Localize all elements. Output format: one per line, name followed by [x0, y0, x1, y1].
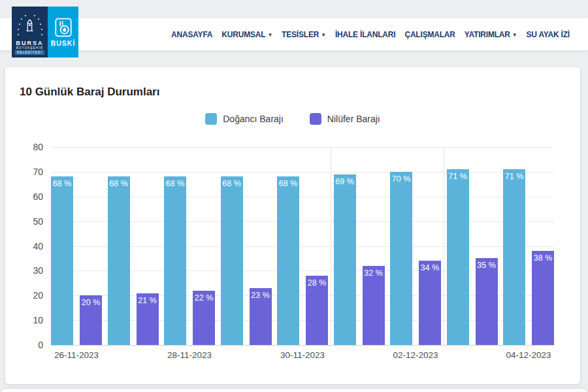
bar-group-4: 68 %28 %	[277, 147, 328, 345]
bar-group-5: 69 %32 %	[334, 147, 385, 345]
legend-item-1[interactable]: Nilüfer Barajı	[310, 113, 380, 125]
logo-text-buski: BUSKİ	[51, 39, 76, 47]
bar-nil-fer-baraj-: 32 %	[363, 266, 385, 345]
bar-nil-fer-baraj-: 21 %	[137, 293, 159, 346]
bar-do-anc-baraj-: 68 %	[277, 176, 299, 345]
next-section-edge	[2, 389, 586, 392]
x-axis-labels: 26-11-202328-11-202330-11-202302-12-2023…	[51, 350, 554, 363]
y-axis-labels: 01020304050607080	[10, 147, 48, 345]
x-tick-label: 26-11-2023	[54, 350, 99, 360]
bar-group-3: 68 %23 %	[221, 147, 272, 345]
bar-nil-fer-baraj-: 35 %	[476, 258, 498, 345]
bar-value-label: 35 %	[476, 261, 498, 270]
x-tick-label: 30-11-2023	[280, 350, 325, 360]
bar-do-anc-baraj-: 68 %	[164, 176, 186, 345]
chart-legend: Doğancı BarajıNilüfer Barajı	[5, 113, 580, 125]
nav-item-ihale-ilanlari[interactable]: İHALE İLANLARI	[335, 30, 396, 39]
bar-value-label: 20 %	[80, 298, 102, 307]
bar-value-label: 69 %	[334, 177, 356, 186]
bar-do-anc-baraj-: 69 %	[334, 174, 356, 345]
bar-value-label: 32 %	[363, 269, 385, 278]
bar-do-anc-baraj-: 68 %	[108, 176, 130, 345]
page-title: 10 Günlük Baraj Durumları	[20, 86, 159, 99]
buski-logo[interactable]: BURSA BÜYÜKŞEHİR BELEDİYESİ BUSKİ	[12, 7, 78, 57]
x-tick-label: 28-11-2023	[167, 350, 212, 360]
chevron-down-icon: ▼	[321, 32, 326, 38]
buski-logo-square: BUSKİ	[48, 7, 78, 57]
bar-group-7: 71 %35 %	[447, 147, 498, 345]
y-tick-label: 60	[33, 191, 43, 202]
bar-value-label: 68 %	[277, 179, 299, 188]
bar-nil-fer-baraj-: 23 %	[250, 288, 272, 345]
bar-do-anc-baraj-: 71 %	[447, 169, 469, 345]
gridline-y-0	[51, 345, 554, 346]
x-tick-label: 04-12-2023	[506, 350, 551, 360]
nav-item-tesisler[interactable]: TESİSLER▼	[282, 30, 326, 39]
bar-group-6: 70 %34 %	[390, 147, 441, 345]
bar-value-label: 38 %	[532, 253, 554, 263]
star-dots-icon	[29, 25, 31, 26]
bar-groups: 68 %20 %68 %21 %68 %22 %68 %23 %68 %28 %…	[51, 147, 554, 345]
bar-value-label: 34 %	[419, 263, 441, 272]
bar-value-label: 28 %	[306, 278, 328, 287]
nav-item-anasayfa[interactable]: ANASAYFA	[171, 30, 212, 39]
bar-nil-fer-baraj-: 22 %	[193, 291, 215, 345]
bar-value-label: 68 %	[108, 179, 130, 188]
bar-group-1: 68 %21 %	[108, 147, 159, 345]
nav-item-yatirimlar[interactable]: YATIRIMLAR▼	[465, 30, 517, 39]
y-tick-label: 30	[33, 265, 43, 276]
bar-value-label: 21 %	[137, 296, 159, 305]
chevron-down-icon: ▼	[267, 32, 272, 38]
y-tick-label: 10	[33, 315, 43, 325]
bar-value-label: 22 %	[193, 293, 215, 302]
main-nav: ANASAYFAKURUMSAL▼TESİSLER▼İHALE İLANLARI…	[171, 18, 570, 50]
nav-item-kurumsal[interactable]: KURUMSAL▼	[221, 30, 272, 39]
bar-chart-plot-area: 68 %20 %68 %21 %68 %22 %68 %23 %68 %28 %…	[51, 147, 554, 345]
dam-status-card: 10 Günlük Baraj Durumları Doğancı Barajı…	[5, 67, 580, 384]
bursa-municipality-logo: BURSA BÜYÜKŞEHİR BELEDİYESİ	[12, 7, 48, 57]
logo-text-bursa: BURSA	[16, 40, 43, 46]
legend-swatch-icon	[205, 113, 217, 125]
bar-group-2: 68 %22 %	[164, 147, 215, 345]
bar-do-anc-baraj-: 70 %	[390, 172, 412, 345]
bar-group-8: 71 %38 %	[503, 147, 554, 345]
bar-value-label: 71 %	[503, 172, 525, 181]
legend-item-0[interactable]: Doğancı Barajı	[205, 113, 284, 125]
legend-swatch-icon	[310, 113, 321, 125]
bar-nil-fer-baraj-: 38 %	[532, 251, 554, 345]
y-tick-label: 20	[33, 290, 43, 301]
x-tick-label: 02-12-2023	[393, 350, 438, 360]
bar-do-anc-baraj-: 68 %	[51, 176, 73, 345]
nav-item-su-ayak-izi[interactable]: SU AYAK İZİ	[527, 30, 570, 39]
bar-value-label: 68 %	[164, 179, 186, 188]
bar-do-anc-baraj-: 68 %	[221, 176, 243, 345]
y-tick-label: 40	[33, 241, 43, 252]
y-tick-label: 50	[33, 216, 43, 227]
bar-nil-fer-baraj-: 28 %	[306, 276, 328, 345]
page: BURSA BÜYÜKŞEHİR BELEDİYESİ BUSKİ ANASAY…	[0, 0, 588, 392]
bar-nil-fer-baraj-: 34 %	[419, 261, 441, 345]
water-drop-icon	[55, 18, 72, 37]
nav-item-calismalar[interactable]: ÇALIŞMALAR	[404, 30, 455, 39]
bar-nil-fer-baraj-: 20 %	[80, 295, 102, 345]
legend-label: Nilüfer Barajı	[327, 114, 380, 124]
bar-do-anc-baraj-: 71 %	[503, 169, 525, 345]
y-tick-label: 0	[38, 340, 43, 350]
y-tick-label: 70	[33, 167, 43, 177]
bar-value-label: 70 %	[390, 174, 412, 184]
bar-value-label: 23 %	[250, 291, 272, 300]
chevron-down-icon: ▼	[512, 32, 517, 38]
bar-value-label: 68 %	[221, 179, 243, 188]
y-tick-label: 80	[33, 142, 43, 152]
logo-text-belediyesi: BELEDİYESİ	[15, 50, 44, 55]
bar-value-label: 68 %	[51, 179, 73, 188]
bar-group-0: 68 %20 %	[51, 147, 102, 345]
bar-value-label: 71 %	[447, 172, 469, 181]
minaret-icon	[12, 12, 48, 38]
legend-label: Doğancı Barajı	[223, 114, 284, 124]
